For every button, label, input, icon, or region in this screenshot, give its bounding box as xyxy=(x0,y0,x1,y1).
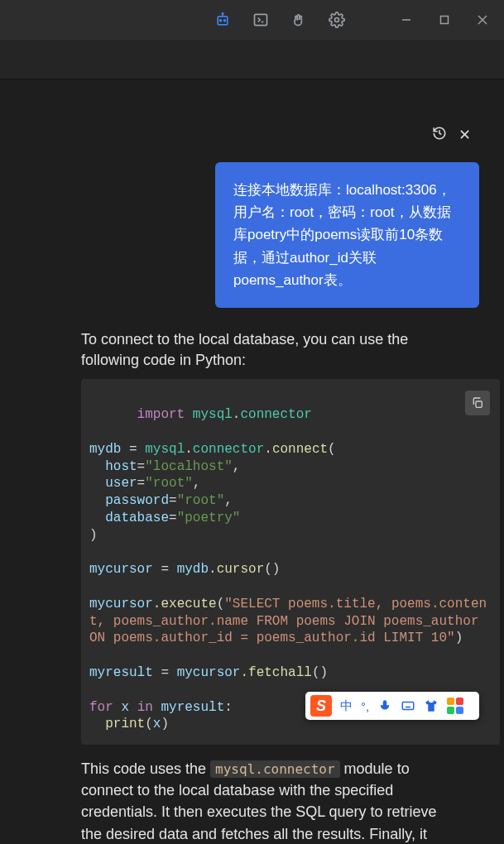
svg-point-7 xyxy=(335,18,339,22)
ime-shirt-icon[interactable] xyxy=(424,698,439,713)
assistant-message: To connect to the local database, you ca… xyxy=(81,329,479,844)
ime-keyboard-icon[interactable] xyxy=(401,698,415,713)
svg-point-4 xyxy=(222,13,223,15)
close-button[interactable] xyxy=(466,5,499,35)
robot-icon[interactable] xyxy=(208,5,238,35)
svg-rect-12 xyxy=(476,401,482,407)
wave-icon[interactable] xyxy=(284,5,314,35)
svg-point-1 xyxy=(220,20,222,22)
ime-logo-icon[interactable]: S xyxy=(310,695,332,717)
ime-mic-icon[interactable] xyxy=(377,698,392,713)
assistant-outro-text: This code uses the mysql.connector modul… xyxy=(81,758,479,844)
ime-punct-icon[interactable]: °, xyxy=(361,699,369,713)
history-icon[interactable] xyxy=(432,126,447,144)
chat-area: ✕ 连接本地数据库：localhost:3306，用户名：root，密码：roo… xyxy=(0,79,504,844)
tab-bar xyxy=(0,40,504,79)
gear-icon[interactable] xyxy=(322,5,352,35)
close-chat-icon[interactable]: ✕ xyxy=(458,126,471,144)
inline-code: mysql.connector xyxy=(210,760,340,778)
svg-rect-9 xyxy=(441,17,449,24)
minimize-button[interactable] xyxy=(390,5,423,35)
ime-toolbar[interactable]: S 中 °, xyxy=(305,692,479,720)
user-message-bubble: 连接本地数据库：localhost:3306，用户名：root，密码：root，… xyxy=(215,162,479,308)
user-message-text: 连接本地数据库：localhost:3306，用户名：root，密码：root，… xyxy=(233,182,451,288)
copy-code-button[interactable] xyxy=(465,391,490,415)
title-bar xyxy=(0,0,504,40)
assistant-intro-text: To connect to the local database, you ca… xyxy=(81,329,479,371)
code-block: import mysql.connector mydb = mysql.conn… xyxy=(81,379,500,745)
svg-rect-13 xyxy=(402,703,414,710)
svg-point-2 xyxy=(224,20,226,22)
ime-lang-toggle[interactable]: 中 xyxy=(340,698,353,714)
terminal-icon[interactable] xyxy=(246,5,276,35)
maximize-button[interactable] xyxy=(428,5,461,35)
ime-apps-icon[interactable] xyxy=(447,698,463,714)
